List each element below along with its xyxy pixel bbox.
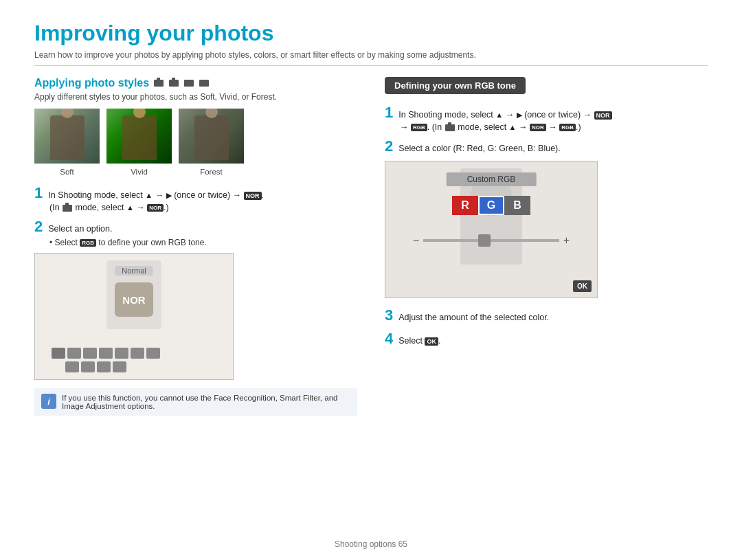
photo-thumbnails-row <box>34 109 357 164</box>
step4-right: 4 Select OK. <box>385 330 708 348</box>
cam-icon-r <box>445 124 455 131</box>
page-title: Improving your photos <box>34 21 708 46</box>
step1-left: 1 In Shooting mode, select ▲ → ▶ (once o… <box>34 184 357 212</box>
tray-btn-5[interactable] <box>131 348 144 359</box>
step-num-r3: 3 <box>385 306 393 324</box>
rgb-icon-r1: RGB <box>411 124 427 131</box>
rgb-header-badge: Defining your own RGB tone <box>385 77 526 94</box>
step2-right: 2 Select a color (R: Red, G: Green, B: B… <box>385 137 708 155</box>
camera-icon-2 <box>169 80 179 87</box>
step2-text: Select an option. <box>48 224 112 234</box>
camera-icon-1 <box>154 80 164 87</box>
tray-btn-r3[interactable] <box>97 361 111 372</box>
label-vivid: Vivid <box>106 168 172 176</box>
bullet-item: Select RGB to define your own RGB tone. <box>49 238 357 247</box>
ok-button[interactable]: OK <box>573 280 592 292</box>
tray-btn-3[interactable] <box>99 348 113 359</box>
video-icon <box>199 80 209 87</box>
slider-minus[interactable]: − <box>413 234 419 247</box>
tray-btn-r1[interactable] <box>65 361 79 372</box>
rgb-icon-r2: RGB <box>559 124 576 131</box>
rgb-icon-bullet: RGB <box>80 239 96 247</box>
section-title-left: Applying photo styles <box>34 77 357 89</box>
step1-sub: (In mode, select ▲ → NOR.) <box>49 203 169 212</box>
note-box: i If you use this function, you cannot u… <box>34 388 357 416</box>
rgb-slider-track[interactable] <box>423 239 559 242</box>
ok-icon-inline: OK <box>425 337 438 346</box>
right-column: Defining your own RGB tone 1 In Shooting… <box>385 77 708 416</box>
rgb-buttons-row: R G B <box>452 196 530 215</box>
rgb-slider-area: − + <box>413 230 570 251</box>
cam-icon-inline <box>63 205 72 212</box>
page-subtitle: Learn how to improve your photos by appl… <box>34 50 708 60</box>
slider-plus[interactable]: + <box>563 234 570 247</box>
tray-back-btn[interactable] <box>52 348 65 359</box>
tray-btn-1[interactable] <box>67 348 81 359</box>
person-vivid <box>122 115 157 160</box>
footer-page: Shooting options 65 <box>335 539 407 549</box>
photo-vivid <box>106 109 172 164</box>
photo-soft <box>34 109 100 164</box>
photo-forest <box>179 109 244 164</box>
rgb-title-bar: Custom RGB <box>447 172 537 186</box>
step1-text: In Shooting mode, select ▲ → ▶ (once or … <box>48 190 264 200</box>
tripod-icon <box>184 80 194 87</box>
tray-btn-2[interactable] <box>83 348 97 359</box>
step-num-r4: 4 <box>385 330 393 348</box>
nor-icon-2: NOR <box>147 204 164 212</box>
label-soft: Soft <box>34 168 100 176</box>
nor-icon-1: NOR <box>244 192 262 200</box>
step1r-text: In Shooting mode, select ▲ → ▶ (once or … <box>398 110 611 120</box>
nor-icon-big: NOR <box>115 282 153 317</box>
step-num-2: 2 <box>34 218 43 236</box>
step-num-r1: 1 <box>385 104 393 122</box>
person-soft <box>50 115 85 160</box>
step-num-r2: 2 <box>385 137 393 155</box>
note-text: If you use this function, you cannot use… <box>62 394 350 410</box>
normal-label: Normal <box>115 266 153 276</box>
rgb-btn-b[interactable]: B <box>504 196 530 215</box>
step-num-1: 1 <box>34 184 43 202</box>
step1-right: 1 In Shooting mode, select ▲ → ▶ (once o… <box>385 104 708 132</box>
icon-tray-row2 <box>65 361 126 372</box>
note-icon: i <box>41 394 56 409</box>
step1r-sub: → RGB. (In mode, select ▲ → NOR → RGB.) <box>400 122 581 132</box>
step2r-text: Select a color (R: Red, G: Green, B: Blu… <box>398 144 561 153</box>
person-forest <box>194 115 229 160</box>
step2-left: 2 Select an option. Select RGB to define… <box>34 218 357 247</box>
left-column: Applying photo styles Apply different st… <box>34 77 357 416</box>
label-forest: Forest <box>179 168 244 176</box>
tray-btn-r2[interactable] <box>81 361 95 372</box>
step4r-text: Select OK. <box>398 336 440 346</box>
rgb-screen-mockup: Custom RGB R G B − + OK <box>385 161 598 298</box>
step3r-text: Adjust the amount of the selected color. <box>398 313 549 322</box>
rgb-btn-g[interactable]: G <box>478 196 504 215</box>
step3-right: 3 Adjust the amount of the selected colo… <box>385 306 708 324</box>
nor-icon-r2: NOR <box>530 124 546 131</box>
rgb-btn-r[interactable]: R <box>452 196 478 215</box>
screen-mockup-left: Normal NOR <box>34 253 234 380</box>
tray-btn-4[interactable] <box>115 348 128 359</box>
icon-tray-row1 <box>52 348 160 359</box>
nor-icon-r1: NOR <box>594 111 612 120</box>
rgb-slider-thumb[interactable] <box>478 234 491 247</box>
tray-btn-r4[interactable] <box>113 361 126 372</box>
section-desc: Apply different styles to your photos, s… <box>34 92 357 102</box>
tray-btn-6[interactable] <box>146 348 160 359</box>
photo-labels: Soft Vivid Forest <box>34 168 357 176</box>
